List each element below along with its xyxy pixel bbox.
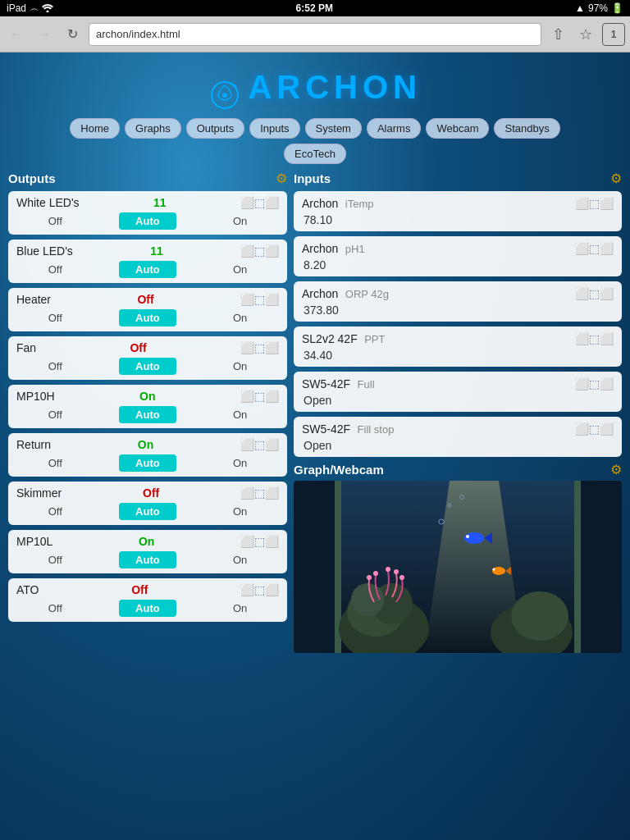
output-auto-btn[interactable]: Auto	[119, 406, 176, 423]
input-source: SW5-42F	[302, 422, 350, 436]
input-tuner-icon[interactable]: ⬜⬚⬜	[575, 197, 614, 210]
output-off-btn[interactable]: Off	[42, 407, 69, 422]
output-card-whiteled's: White LED's 11 ⬜⬚⬜ Off Auto On	[8, 191, 287, 235]
nav-standbys[interactable]: Standbys	[494, 118, 559, 139]
output-row-bottom: Off Auto On	[16, 406, 279, 423]
tuner-icon[interactable]: ⬜⬚⬜	[240, 486, 279, 500]
output-status: Off	[131, 583, 148, 596]
svg-point-14	[386, 567, 390, 572]
output-off-btn[interactable]: Off	[42, 262, 69, 277]
input-source: SW5-42F	[302, 377, 350, 390]
output-status: Off	[137, 293, 153, 306]
nav-ecotech[interactable]: EcoTech	[284, 144, 346, 164]
output-off-btn[interactable]: Off	[42, 600, 69, 616]
input-value: 8.20	[302, 258, 614, 272]
output-on-btn[interactable]: On	[226, 455, 253, 471]
nav-alarms[interactable]: Alarms	[367, 118, 421, 139]
output-auto-btn[interactable]: Auto	[119, 261, 176, 278]
output-row-top: Heater Off ⬜⬚⬜	[16, 293, 279, 306]
tuner-icon[interactable]: ⬜⬚⬜	[240, 583, 279, 596]
graph-gear-icon[interactable]: ⚙	[610, 462, 622, 477]
nav-graphs[interactable]: Graphs	[125, 118, 181, 139]
output-auto-btn[interactable]: Auto	[119, 600, 176, 617]
tuner-icon[interactable]: ⬜⬚⬜	[240, 390, 279, 403]
input-row-top: Archon pH1 ⬜⬚⬜	[302, 241, 614, 256]
input-tuner-icon[interactable]: ⬜⬚⬜	[575, 242, 614, 255]
output-auto-btn[interactable]: Auto	[119, 551, 176, 568]
nav-system[interactable]: System	[305, 118, 362, 139]
output-row-bottom: Off Auto On	[16, 551, 279, 568]
svg-point-20	[466, 535, 469, 538]
share-button[interactable]: ⇧	[546, 23, 569, 46]
output-off-btn[interactable]: Off	[42, 552, 69, 568]
input-source-name: Archon ORP 42g	[302, 286, 389, 301]
output-on-btn[interactable]: On	[226, 213, 253, 229]
tuner-icon[interactable]: ⬜⬚⬜	[240, 535, 279, 548]
tab-count[interactable]: 1	[602, 23, 625, 46]
forward-button[interactable]: →	[33, 23, 56, 46]
refresh-button[interactable]: ↻	[61, 23, 84, 46]
input-card-1: Archon pH1 ⬜⬚⬜ 8.20	[294, 236, 622, 276]
output-on-btn[interactable]: On	[226, 407, 253, 422]
output-row-top: Fan Off ⬜⬚⬜	[16, 341, 279, 354]
output-row-bottom: Off Auto On	[16, 212, 279, 230]
output-auto-btn[interactable]: Auto	[119, 212, 176, 230]
wifi-icon: ︵	[30, 2, 53, 16]
inputs-header: Inputs ⚙	[294, 171, 622, 186]
input-source-name: SW5-42F Fill stop	[302, 422, 394, 436]
output-off-btn[interactable]: Off	[42, 455, 69, 471]
browser-bar: ← → ↻ ⇧ ☆ 1	[0, 16, 630, 52]
tuner-icon[interactable]: ⬜⬚⬜	[240, 293, 279, 306]
input-tuner-icon[interactable]: ⬜⬚⬜	[575, 422, 614, 436]
output-on-btn[interactable]: On	[226, 552, 253, 568]
output-on-btn[interactable]: On	[226, 504, 253, 519]
status-right: ▲ 97% 🔋	[575, 2, 623, 14]
output-card-heater: Heater Off ⬜⬚⬜ Off Auto On	[8, 288, 287, 331]
graph-image[interactable]	[294, 481, 622, 653]
output-row-top: ATO Off ⬜⬚⬜	[16, 583, 279, 596]
back-button[interactable]: ←	[5, 23, 28, 46]
graph-title: Graph/Webcam	[294, 463, 384, 477]
outputs-column: Outputs ⚙ White LED's 11 ⬜⬚⬜ Off Auto On…	[8, 171, 287, 653]
nav-home[interactable]: Home	[70, 118, 120, 139]
output-off-btn[interactable]: Off	[42, 358, 69, 374]
inputs-gear-icon[interactable]: ⚙	[610, 171, 622, 186]
nav-outputs[interactable]: Outputs	[186, 118, 245, 139]
output-off-btn[interactable]: Off	[42, 504, 69, 519]
output-on-btn[interactable]: On	[226, 358, 253, 374]
output-row-bottom: Off Auto On	[16, 358, 279, 375]
output-status: Off	[143, 486, 159, 500]
tuner-icon[interactable]: ⬜⬚⬜	[240, 438, 279, 451]
output-auto-btn[interactable]: Auto	[119, 358, 176, 375]
input-source-name: SW5-42F Full	[302, 377, 375, 391]
battery-icon: 🔋	[611, 2, 623, 14]
output-auto-btn[interactable]: Auto	[119, 454, 176, 472]
bookmark-button[interactable]: ☆	[574, 23, 597, 46]
output-on-btn[interactable]: On	[226, 262, 253, 277]
tuner-icon[interactable]: ⬜⬚⬜	[240, 196, 279, 209]
tuner-icon[interactable]: ⬜⬚⬜	[240, 244, 279, 258]
output-row-top: White LED's 11 ⬜⬚⬜	[16, 196, 279, 209]
output-on-btn[interactable]: On	[226, 310, 253, 326]
input-source-name: Archon iTemp	[302, 196, 374, 211]
input-value: Open	[302, 439, 614, 452]
nav-webcam[interactable]: Webcam	[426, 118, 489, 139]
input-tuner-icon[interactable]: ⬜⬚⬜	[575, 287, 614, 300]
main-content: ARCHON Home Graphs Outputs Inputs System…	[0, 52, 630, 661]
output-name: MP10L	[16, 535, 52, 548]
output-off-btn[interactable]: Off	[42, 310, 69, 326]
outputs-gear-icon[interactable]: ⚙	[276, 171, 287, 186]
output-status: On	[139, 535, 154, 548]
output-off-btn[interactable]: Off	[42, 213, 69, 229]
svg-point-18	[464, 532, 484, 544]
output-on-btn[interactable]: On	[226, 600, 253, 616]
tuner-icon[interactable]: ⬜⬚⬜	[240, 341, 279, 354]
input-tuner-icon[interactable]: ⬜⬚⬜	[575, 332, 614, 345]
nav-inputs[interactable]: Inputs	[249, 118, 299, 139]
output-auto-btn[interactable]: Auto	[119, 503, 176, 520]
input-tuner-icon[interactable]: ⬜⬚⬜	[575, 377, 614, 390]
inputs-container: Archon iTemp ⬜⬚⬜ 78.10 Archon pH1 ⬜⬚⬜ 8.…	[294, 191, 622, 457]
url-input[interactable]	[89, 23, 541, 46]
output-status: Off	[130, 341, 146, 354]
output-auto-btn[interactable]: Auto	[119, 309, 176, 326]
